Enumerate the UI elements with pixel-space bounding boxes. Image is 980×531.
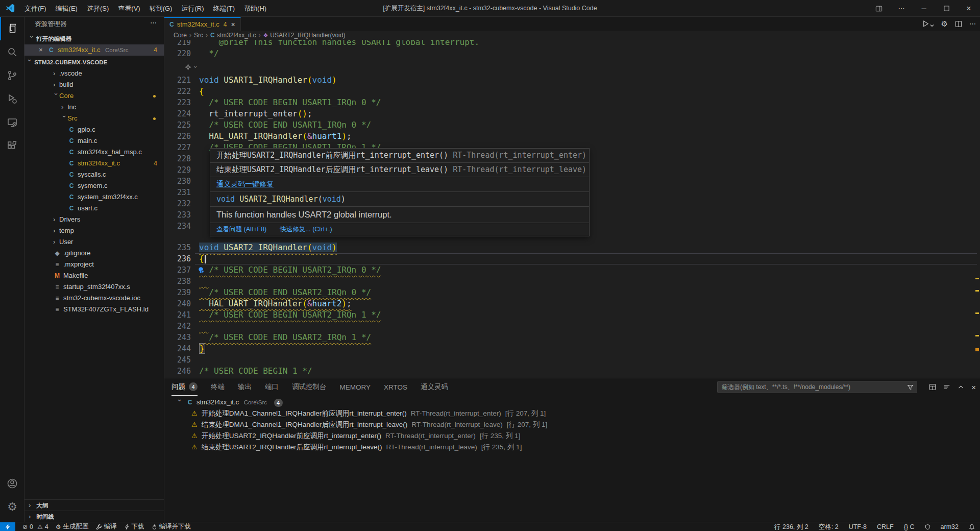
problem-item-2[interactable]: ⚠开始处理USART2_IRQHandler前应调用rt_interrupt_e… (164, 430, 980, 442)
tree-item-stm32-cubemx-vscode.ioc[interactable]: ≡stm32-cubemx-vscode.ioc (24, 293, 164, 304)
layout-icon[interactable] (868, 0, 890, 17)
breadcrumb-file[interactable]: stm32f4xx_it.c (217, 32, 256, 39)
status-encoding[interactable]: UTF-8 (849, 523, 867, 530)
tree-item-Inc[interactable]: ›Inc (24, 102, 164, 113)
tree-item-syscalls.c[interactable]: Csyscalls.c (24, 169, 164, 180)
code-line-222[interactable]: 222{ (164, 86, 980, 97)
open-editors-section[interactable]: › 打开的编辑器 (24, 33, 164, 44)
status-download[interactable]: 下载 (124, 522, 144, 531)
code-line-238[interactable]: 238 (164, 276, 980, 287)
code-line-224[interactable]: 224 rt_interrupt_enter(); (164, 108, 980, 119)
code-line-236[interactable]: 236{ (164, 253, 980, 264)
status-build-and-download[interactable]: 编译并下载 (152, 522, 191, 531)
panel-tab-输出[interactable]: 输出 (238, 378, 252, 396)
tree-item-usart.c[interactable]: Cusart.c (24, 203, 164, 214)
collapse-all-icon[interactable] (943, 383, 950, 391)
panel-tab-调试控制台[interactable]: 调试控制台 (292, 378, 327, 396)
menu-item-1[interactable]: 编辑(E) (51, 0, 82, 17)
status-notifications[interactable] (969, 524, 975, 530)
tree-item-.vscode[interactable]: ›.vscode (24, 68, 164, 79)
overview-ruler[interactable] (975, 40, 979, 378)
panel-tab-端口[interactable]: 端口 (265, 378, 279, 396)
tree-item-.mxproject[interactable]: ≡.mxproject (24, 259, 164, 270)
code-line-241[interactable]: 241 /* USER CODE BEGIN USART2_IRQn 1 */ (164, 309, 980, 321)
search-icon[interactable] (0, 40, 24, 64)
panel-tab-终端[interactable]: 终端 (211, 378, 225, 396)
tree-item-stm32f4xx_it.c[interactable]: Cstm32f4xx_it.c4 (24, 158, 164, 169)
lingma-quick-fix-link[interactable]: 通义灵码一键修复 (210, 177, 589, 192)
run-button[interactable] (922, 20, 934, 28)
menu-item-3[interactable]: 查看(V) (113, 0, 144, 17)
code-line-220[interactable]: 220 */ (164, 48, 980, 59)
panel-tab-XRTOS[interactable]: XRTOS (384, 378, 407, 396)
code-line-226[interactable]: 226 HAL_UART_IRQHandler(&huart1); (164, 131, 980, 142)
breadcrumb-symbol[interactable]: USART2_IRQHandler(void) (270, 32, 345, 39)
status-language-mode[interactable]: {} C (904, 523, 915, 530)
timeline-section[interactable]: › 时间线 (24, 511, 164, 522)
tree-item-stm32f4xx_hal_msp.c[interactable]: Cstm32f4xx_hal_msp.c (24, 147, 164, 158)
tree-item-.gitignore[interactable]: ◆.gitignore (24, 248, 164, 259)
status-generate-config[interactable]: ⚙生成配置 (56, 522, 89, 531)
tree-item-Core[interactable]: ›Core (24, 90, 164, 102)
tree-item-User[interactable]: ›User (24, 236, 164, 248)
settings-gear-icon[interactable]: ⚙ (941, 19, 948, 29)
source-control-icon[interactable] (0, 64, 24, 87)
tree-item-main.c[interactable]: Cmain.c (24, 135, 164, 147)
tree-item-system_stm32f4xx.c[interactable]: Csystem_stm32f4xx.c (24, 191, 164, 203)
account-icon[interactable] (0, 472, 24, 495)
code-line-235[interactable]: 235void USART2_IRQHandler(void) (164, 242, 980, 253)
code-editor[interactable]: 219 @brief This function handles USART1 … (164, 40, 980, 378)
split-editor-icon[interactable] (955, 20, 962, 28)
panel-tab-MEMORY[interactable]: MEMORY (340, 378, 371, 396)
view-problem-link[interactable]: 查看问题 (Alt+F8) (216, 225, 266, 234)
menu-item-6[interactable]: 终端(T) (208, 0, 239, 17)
status-eol[interactable]: CRLF (877, 523, 894, 530)
problem-item-3[interactable]: ⚠结束处理USART2_IRQHandler后应调用rt_interrupt_l… (164, 442, 980, 453)
more-actions-icon[interactable]: ⋯ (890, 0, 913, 17)
tree-item-startup_stm32f407xx.s[interactable]: ≡startup_stm32f407xx.s (24, 281, 164, 293)
remote-indicator[interactable] (0, 522, 15, 531)
menu-item-5[interactable]: 运行(R) (177, 0, 208, 17)
code-line-242[interactable]: 242 (164, 321, 980, 332)
tree-item-build[interactable]: ›build (24, 79, 164, 90)
problem-item-1[interactable]: ⚠结束处理DMA1_Channel1_IRQHandler后应调用rt_inte… (164, 419, 980, 430)
close-icon[interactable]: × (958, 0, 980, 17)
menu-item-7[interactable]: 帮助(H) (239, 0, 271, 17)
code-line-246[interactable]: 246/* USER CODE BEGIN 1 */ (164, 366, 980, 377)
menu-item-4[interactable]: 转到(G) (145, 0, 177, 17)
status-build[interactable]: 编译 (96, 522, 117, 531)
problem-item-0[interactable]: ⚠开始处理DMA1_Channel1_IRQHandler前应调用rt_inte… (164, 408, 980, 419)
code-line-237[interactable]: 237 /* USER CODE BEGIN USART2_IRQn 0 */ (164, 264, 980, 276)
quick-fix-lightbulb-icon[interactable] (197, 266, 205, 274)
table-view-icon[interactable] (929, 383, 936, 391)
lingma-inline-widget[interactable]: › (185, 59, 197, 75)
minimize-icon[interactable]: ─ (913, 0, 935, 17)
code-line-225[interactable]: 225 /* USER CODE END USART1_IRQn 0 */ (164, 119, 980, 131)
tree-item-temp[interactable]: ›temp (24, 225, 164, 236)
menu-item-2[interactable]: 选择(S) (82, 0, 113, 17)
tree-item-Src[interactable]: ›Src (24, 113, 164, 124)
code-line-243[interactable]: 243 /* USER CODE END USART2_IRQn 1 */ (164, 332, 980, 343)
views-more-actions-icon[interactable]: ⋯ (150, 19, 157, 27)
tab-stm32f4xx-it-c[interactable]: C stm32f4xx_it.c 4 × (164, 17, 241, 31)
status-cursor-position[interactable]: 行 236, 列 2 (774, 523, 808, 531)
panel-tab-通义灵码[interactable]: 通义灵码 (421, 378, 448, 396)
close-icon[interactable]: × (39, 44, 43, 56)
more-actions-icon[interactable]: ⋯ (969, 20, 976, 28)
problems-status[interactable]: ⊘0 ⚠4 (22, 523, 48, 530)
code-line-221[interactable]: 221void USART1_IRQHandler(void) (164, 75, 980, 86)
maximize-panel-icon[interactable] (958, 384, 964, 391)
menu-item-0[interactable]: 文件(F) (20, 0, 51, 17)
breadcrumb-src[interactable]: Src (194, 32, 203, 39)
code-line-245[interactable]: 245 (164, 354, 980, 366)
open-editor-item[interactable]: × C stm32f4xx_it.c Core\Src 4 (24, 44, 164, 56)
tree-item-STM32F407ZGTx_FLASH.ld[interactable]: ≡STM32F407ZGTx_FLASH.ld (24, 304, 164, 315)
filter-input[interactable] (718, 383, 907, 391)
run-and-debug-icon[interactable] (0, 87, 24, 111)
explorer-icon[interactable] (0, 17, 24, 40)
code-line-240[interactable]: 240 HAL_UART_IRQHandler(&huart2); (164, 298, 980, 309)
status-extension-shield[interactable] (925, 524, 930, 530)
panel-tab-问题[interactable]: 问题4 (172, 378, 198, 396)
code-line-223[interactable]: 223 /* USER CODE BEGIN USART1_IRQn 0 */ (164, 97, 980, 108)
status-indentation[interactable]: 空格: 2 (819, 523, 839, 531)
